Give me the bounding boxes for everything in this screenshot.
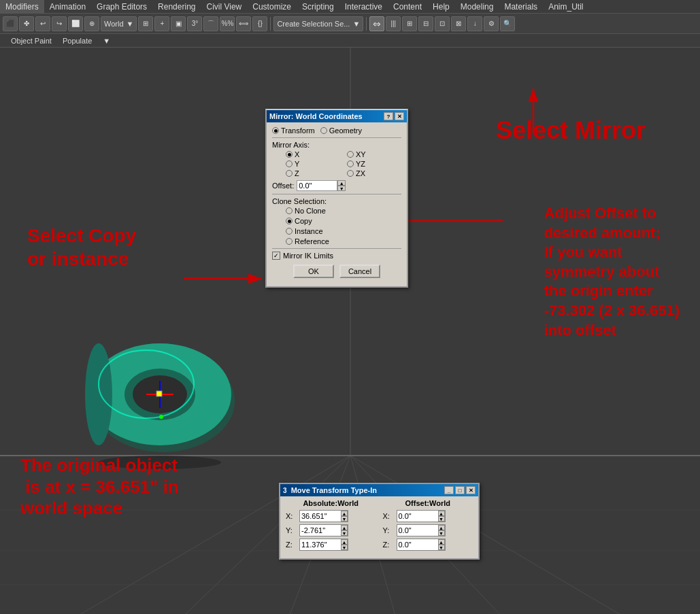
axis-y-dot[interactable] [286, 160, 293, 167]
annotation-original-object: The original object is at x = 36.651" in… [20, 455, 179, 519]
toolbar-btn-undo[interactable]: ↩ [35, 16, 50, 31]
abs-y-down[interactable]: ▼ [341, 530, 348, 536]
off-y-down[interactable]: ▼ [438, 530, 445, 536]
ok-button[interactable]: OK [293, 265, 334, 278]
menu-rendering[interactable]: Rendering [152, 0, 201, 13]
status-populate-btn[interactable]: ▼ [97, 37, 116, 45]
off-x-input[interactable] [397, 511, 438, 522]
toolbar-btn-4[interactable]: + [154, 16, 169, 31]
off-x-wrap: ▲ ▼ [397, 510, 446, 522]
geometry-radio-dot[interactable] [320, 127, 327, 134]
instance-dot[interactable] [286, 228, 293, 235]
toolbar-btn-3[interactable]: ⊞ [138, 16, 153, 31]
abs-y-input[interactable] [300, 525, 341, 536]
axis-x-dot[interactable] [286, 151, 293, 158]
axis-yz-radio[interactable]: YZ [347, 160, 396, 168]
off-x-down[interactable]: ▼ [438, 516, 445, 522]
mirror-dialog-title: Mirror: World Coordinates [269, 112, 363, 120]
axis-x-radio[interactable]: X [286, 150, 335, 158]
offset-input[interactable] [297, 180, 337, 191]
menu-interactive[interactable]: Interactive [339, 0, 388, 13]
toolbar-btn-move[interactable]: ⊕ [84, 16, 99, 31]
copy-dot[interactable] [286, 218, 293, 224]
abs-z-down[interactable]: ▼ [341, 545, 348, 550]
off-z-up[interactable]: ▲ [438, 539, 445, 545]
toolbar-btn-redo[interactable]: ↪ [52, 16, 67, 31]
menu-scripting[interactable]: Scripting [297, 0, 339, 13]
axis-xy-radio[interactable]: XY [347, 150, 396, 158]
toolbar-btn-2[interactable]: ✤ [19, 16, 34, 31]
abs-x-up[interactable]: ▲ [341, 511, 348, 516]
axis-y-radio[interactable]: Y [286, 160, 335, 168]
axis-xy-dot[interactable] [347, 151, 354, 158]
cancel-button[interactable]: Cancel [339, 265, 380, 278]
move-dialog-close[interactable]: ✕ [466, 486, 476, 494]
mirror-ik-checkbox[interactable] [272, 252, 280, 260]
off-z-input[interactable] [397, 539, 438, 550]
menu-modeling[interactable]: Modeling [455, 0, 499, 13]
menu-animation[interactable]: Animation [44, 0, 91, 13]
abs-x-input[interactable] [300, 511, 341, 522]
toolbar-btn-10[interactable]: ||| [386, 16, 401, 31]
axis-zx-dot[interactable] [347, 170, 354, 177]
toolbar-btn-1[interactable]: ⬛ [3, 16, 18, 31]
toolbar-btn-12[interactable]: ⊟ [418, 16, 433, 31]
axis-yz-dot[interactable] [347, 160, 354, 167]
no-clone-dot[interactable] [286, 207, 293, 214]
menu-anim-util[interactable]: Anim_Util [543, 0, 588, 13]
toolbar-btn-15[interactable]: ↓ [467, 16, 482, 31]
axis-zx-radio[interactable]: ZX [347, 169, 396, 177]
move-dialog-maximize[interactable]: □ [455, 486, 465, 494]
toolbar-btn-11[interactable]: ⊞ [402, 16, 417, 31]
offset-row: Offset: ▲ ▼ [272, 180, 401, 191]
instance-radio[interactable]: Instance [286, 227, 396, 235]
toolbar-btn-6[interactable]: 3° [187, 16, 202, 31]
menu-modifiers[interactable]: Modifiers [0, 0, 44, 13]
move-dialog-minimize[interactable]: _ [444, 486, 454, 494]
reference-dot[interactable] [286, 238, 293, 245]
menu-help[interactable]: Help [427, 0, 455, 13]
menu-materials[interactable]: Materials [499, 0, 543, 13]
reference-radio[interactable]: Reference [286, 237, 396, 245]
geometry-radio[interactable]: Geometry [320, 126, 362, 135]
world-dropdown[interactable]: World ▼ [101, 16, 137, 31]
toolbar-btn-13[interactable]: ⊡ [435, 16, 450, 31]
abs-z-up[interactable]: ▲ [341, 539, 348, 545]
off-x-up[interactable]: ▲ [438, 511, 445, 516]
toolbar-btn-curly[interactable]: {} [252, 16, 267, 31]
off-z-down[interactable]: ▼ [438, 545, 445, 550]
copy-radio[interactable]: Copy [286, 217, 396, 225]
abs-z-input[interactable] [300, 539, 341, 550]
toolbar-btn-9[interactable]: ⟺ [236, 16, 251, 31]
toolbar-btn-17[interactable]: 🔍 [500, 16, 515, 31]
offset-down[interactable]: ▼ [337, 186, 346, 191]
toolbar-btn-5[interactable]: ▣ [171, 16, 186, 31]
mirror-dialog-close[interactable]: ✕ [395, 112, 404, 120]
mirror-ik-row[interactable]: Mirror IK Limits [272, 252, 401, 260]
off-y-input[interactable] [397, 525, 438, 536]
transform-radio-dot[interactable] [272, 127, 279, 134]
no-clone-radio[interactable]: No Clone [286, 207, 396, 215]
menu-civil-view[interactable]: Civil View [201, 0, 247, 13]
off-y-up[interactable]: ▲ [438, 525, 445, 530]
separator-2 [366, 17, 367, 31]
axis-z-radio[interactable]: Z [286, 169, 335, 177]
abs-y-up[interactable]: ▲ [341, 525, 348, 530]
menu-customize[interactable]: Customize [247, 0, 297, 13]
toolbar-btn-select[interactable]: ⬜ [68, 16, 83, 31]
toolbar-btn-mirror[interactable]: ⇔ [369, 16, 384, 31]
mirror-dialog-help[interactable]: ? [384, 112, 393, 120]
toolbar-btn-7[interactable]: ⌒ [203, 16, 218, 31]
toolbar-btn-14[interactable]: ⊠ [451, 16, 466, 31]
menu-content[interactable]: Content [388, 0, 427, 13]
abs-x-down[interactable]: ▼ [341, 516, 348, 522]
status-object-paint[interactable]: Object Paint [5, 37, 57, 45]
toolbar-btn-8[interactable]: %% [220, 16, 235, 31]
offset-up[interactable]: ▲ [337, 180, 346, 186]
create-selection-dropdown[interactable]: Create Selection Se... ▼ [273, 16, 363, 31]
status-populate[interactable]: Populate [57, 37, 97, 45]
transform-radio[interactable]: Transform [272, 126, 315, 135]
menu-graph-editors[interactable]: Graph Editors [91, 0, 152, 13]
axis-z-dot[interactable] [286, 170, 293, 177]
toolbar-btn-16[interactable]: ⚙ [484, 16, 499, 31]
